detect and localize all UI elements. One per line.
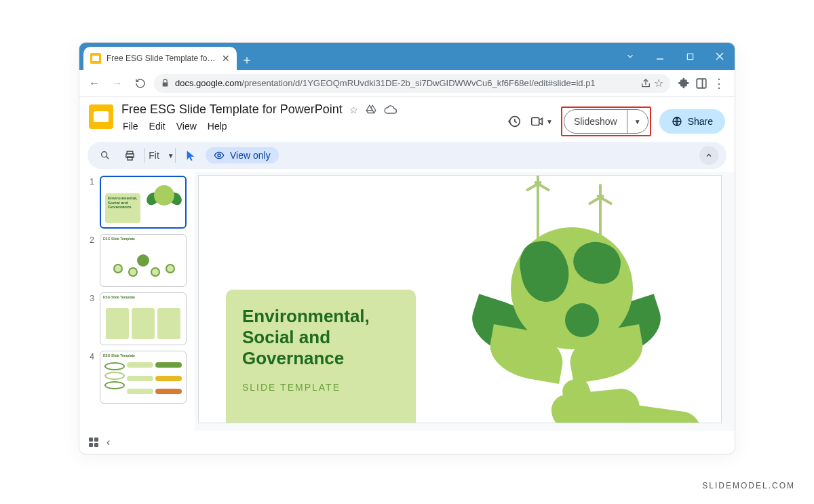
slideshow-button[interactable]: Slideshow [564,110,627,133]
cloud-status-icon[interactable] [384,103,398,117]
slide-thumbnail-panel[interactable]: 1 Environmental, Social and Governance 2 [79,172,195,431]
share-button[interactable]: Share [659,109,725,134]
chrome-menu-icon[interactable]: ⋮ [713,76,725,91]
nav-back-button[interactable]: ← [85,74,104,93]
window-close-button[interactable] [705,43,735,70]
slide-number: 1 [86,176,94,229]
slideshow-button-group: Slideshow ▼ [564,109,648,134]
close-tab-icon[interactable]: ✕ [222,53,230,64]
window-maximize-button[interactable] [675,43,705,70]
slideshow-highlight: Slideshow ▼ [561,106,651,136]
print-icon[interactable] [120,146,139,165]
window-minimize-button[interactable] [645,43,675,70]
slideshow-dropdown[interactable]: ▼ [627,118,648,125]
slide-title-text: Environmental, Social and Governance [242,306,400,370]
nav-reload-button[interactable] [131,74,150,93]
slide-illustration [429,188,701,423]
share-label: Share [688,116,713,127]
nav-forward-button[interactable]: → [108,74,127,93]
svg-point-9 [102,152,107,157]
hand-icon [524,378,687,423]
globe-icon [511,227,633,349]
svg-rect-4 [697,79,706,88]
menu-bar: File Edit View Help [121,117,398,132]
slide-number: 2 [86,234,94,287]
move-to-drive-icon[interactable] [365,104,377,116]
menu-edit[interactable]: Edit [149,121,166,132]
slide-preview: Environmental, Social and Governance [100,176,187,229]
slide-preview: ESG Slide Template [100,351,187,404]
wind-turbine-icon [537,181,539,239]
slide-canvas-area[interactable]: Environmental, Social and Governance SLI… [195,172,735,431]
slide-canvas: Environmental, Social and Governance SLI… [199,176,721,423]
slide-preview: ESG Slide Template [100,234,187,287]
search-menus-icon[interactable] [96,146,115,165]
account-switcher-icon[interactable] [695,77,708,90]
chevron-down-icon[interactable] [615,43,645,70]
new-tab-button[interactable]: ＋ [237,50,257,70]
menu-help[interactable]: Help [208,121,227,132]
address-bar[interactable]: docs.google.com/presentation/d/1YGEOQmRU… [154,74,670,93]
lock-icon [161,79,170,88]
title-text-box: Environmental, Social and Governance SLI… [226,290,416,423]
docs-toolbar: Fit ▼ View only [88,142,726,169]
slide-subtitle-text: SLIDE TEMPLATE [242,382,400,393]
svg-point-18 [218,154,220,157]
docs-header: Free ESG Slide Template for PowerPoint ☆… [79,97,735,139]
svg-rect-1 [687,54,693,59]
slide-preview: ESG Slide Template [100,292,187,345]
grid-view-icon[interactable] [89,438,98,447]
toolbar-collapse-icon[interactable] [699,146,718,165]
browser-tab[interactable]: Free ESG Slide Template for Pow ✕ [83,47,237,70]
slide-thumbnail[interactable]: 3 ESG Slide Template [86,292,189,345]
slide-number: 4 [86,351,94,404]
bottom-bar: ‹ [79,431,735,454]
menu-view[interactable]: View [176,121,197,132]
extensions-icon[interactable] [678,77,690,89]
doc-title[interactable]: Free ESG Slide Template for PowerPoint [121,102,343,117]
prev-slide-icon[interactable]: ‹ [106,436,110,448]
browser-toolbar: ← → docs.google.com/presentation/d/1YGEO… [79,70,735,97]
view-only-chip[interactable]: View only [206,147,279,163]
tab-title: Free ESG Slide Template for Pow [106,54,216,63]
meet-icon[interactable]: ▼ [530,114,553,129]
star-icon[interactable]: ☆ [349,104,358,115]
svg-rect-7 [532,118,539,125]
svg-line-10 [106,157,109,159]
slide-thumbnail[interactable]: 1 Environmental, Social and Governance [86,176,189,229]
slides-favicon-icon [90,53,101,64]
share-url-icon[interactable] [640,78,651,89]
workspace: 1 Environmental, Social and Governance 2 [79,172,735,431]
zoom-control[interactable]: Fit ▼ [151,146,170,165]
select-tool-icon[interactable] [181,146,200,165]
zoom-label: Fit [149,150,159,161]
url-text: docs.google.com/presentation/d/1YGEOQmRU… [175,78,596,88]
watermark-text: SLIDEMODEL.COM [702,481,795,490]
slide-thumbnail[interactable]: 2 ESG Slide Template [86,234,189,287]
browser-titlebar: Free ESG Slide Template for Pow ✕ ＋ [79,43,735,70]
bookmark-star-icon[interactable]: ☆ [654,77,663,90]
slide-number: 3 [86,292,94,345]
slides-logo-icon[interactable] [89,104,113,129]
menu-file[interactable]: File [123,121,138,132]
browser-window: Free ESG Slide Template for Pow ✕ ＋ [79,42,735,454]
slide-thumbnail[interactable]: 4 ESG Slide Template [86,351,189,404]
history-icon[interactable] [507,114,522,129]
